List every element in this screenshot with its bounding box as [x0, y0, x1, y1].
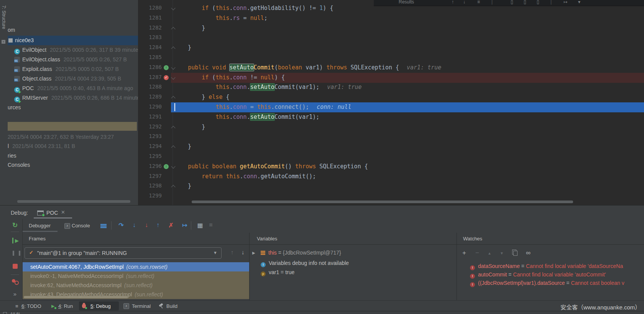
code-line[interactable]: 1298 } [138, 181, 644, 191]
frames-horizontal-scrollbar[interactable] [24, 296, 128, 298]
run-to-cursor-icon[interactable]: ↦ [181, 222, 189, 229]
code-line[interactable]: 1286↑ public void setAutoCommit(boolean … [138, 63, 644, 73]
variable-row[interactable]: ▶this = {JdbcRowSetImpl@717} [250, 248, 341, 257]
rerun-icon[interactable]: ↻ [11, 221, 19, 229]
tree-item-partial[interactable]: Consoles [8, 160, 138, 170]
watch-row[interactable]: !autoCommit = Cannot find local variable… [457, 270, 644, 279]
code-line[interactable]: 1281 this.rs = null; [138, 13, 644, 23]
show-watches-watch-icon[interactable]: ∞ [526, 249, 531, 257]
code-line[interactable]: 1289 } else { [138, 92, 644, 102]
code-line[interactable]: 1297 return this.conn.getAutoCommit(); [138, 172, 644, 182]
watch-error-icon: ! [470, 265, 475, 270]
force-step-into-icon[interactable]: ↓ [143, 222, 150, 229]
tree-item-file[interactable]: CEvilObject2021/5/5 0005 0:26, 317 B 39 … [8, 45, 138, 55]
next-occurrence-icon[interactable]: ↓ [463, 0, 465, 5]
tree-item-partial[interactable]: l2021/5/4 0004 23:11, 81 B [8, 141, 138, 151]
thread-selector-dropdown[interactable]: ✓ "main"@1 in group "main": RUNNING ▼ [25, 247, 222, 259]
resume-program-icon[interactable]: ▶ [12, 238, 20, 243]
tree-item-file[interactable]: 01Object.class2021/5/4 0004 23:39, 505 B [8, 74, 138, 84]
strip-dropdown-icon[interactable]: ▾ [578, 0, 580, 5]
close-session-icon[interactable]: ✕ [61, 209, 65, 215]
move-down-watch-icon[interactable]: ▼ [500, 251, 504, 255]
add-watch-icon[interactable]: + [462, 249, 466, 257]
tree-item-file[interactable]: 01EvilObject.class2021/5/5 0005 0:26, 52… [8, 55, 138, 64]
debug-session-tab[interactable]: POC [46, 210, 58, 216]
tree-item-file[interactable]: 01Exploit.class2021/5/5 0005 0:02, 507 B [8, 64, 138, 74]
override-method-icon[interactable]: ↑ [164, 164, 169, 169]
filter-icon[interactable]: ≡ [477, 0, 480, 5]
drop-frame-icon[interactable]: ✗ [167, 222, 175, 229]
strip-icon-2[interactable]: ▯ [524, 0, 526, 5]
variable-row[interactable]: iVariables debug info not available [250, 259, 349, 267]
next-frame-icon[interactable]: ↓ [242, 249, 245, 255]
step-out-icon[interactable]: ↑ [154, 222, 162, 229]
code-line[interactable]: 1287✓ if (this.conn != null) { [138, 73, 644, 83]
breakpoint-icon[interactable]: ✓ [164, 75, 169, 80]
evaluate-expression-icon[interactable]: ▦ [196, 222, 204, 229]
toolwindow-button-run[interactable]: 4: Run [58, 303, 73, 309]
override-method-icon[interactable]: ↑ [164, 65, 169, 70]
step-over-icon[interactable]: ↷ [117, 222, 125, 229]
toolwindow-button-todo[interactable]: 6: TODO [21, 303, 41, 309]
code-line[interactable]: 1296↑ public boolean getAutoCommit() thr… [138, 162, 644, 172]
code-line[interactable]: 1291 this.conn.setAutoCommit(var1); [138, 112, 644, 122]
strip-icon-4[interactable]: ↦ [564, 0, 567, 5]
pause-program-icon[interactable] [13, 251, 20, 256]
remove-watch-icon[interactable]: − [475, 249, 479, 257]
previous-frame-icon[interactable]: ↑ [231, 249, 234, 255]
code-line[interactable]: 1294 } [138, 142, 644, 152]
tree-item-partial[interactable]: 2021/5/4 0004 23:27, 632 B Yesterday 23:… [8, 132, 138, 142]
code-line[interactable]: 1285 [138, 53, 644, 63]
stack-frame-row[interactable]: setAutoCommit:4067, JdbcRowSetImpl(com.s… [23, 262, 249, 271]
previous-occurrence-icon[interactable]: ↑ [452, 0, 454, 5]
java-class-icon: C [14, 97, 20, 102]
restore-layout-icon[interactable]: ≡ [207, 222, 215, 229]
tree-item-file[interactable]: CRMIServer2021/5/5 0005 0:26, 686 B 14 m… [8, 93, 138, 103]
watch-row[interactable]: !dataSourceName = Cannot find local vari… [457, 262, 644, 270]
code-line[interactable]: 1284 } [138, 43, 644, 53]
move-up-watch-icon[interactable]: ▲ [488, 251, 491, 255]
view-breakpoints-icon[interactable] [12, 279, 18, 284]
tree-item-highlighted-row[interactable] [8, 122, 137, 131]
more-actions-icon[interactable]: » [11, 291, 19, 297]
code-line[interactable]: 1283 [138, 33, 644, 43]
code-line[interactable]: 1292 } [138, 122, 644, 132]
tab-debugger[interactable]: Debugger [29, 223, 51, 229]
tree-item-timestamp: 2021/5/5 0005 0:40, 463 B A minute ago [37, 85, 133, 91]
structure-toolwindow-button[interactable]: 7: Structure [1, 5, 7, 29]
tree-horizontal-scrollbar[interactable] [17, 200, 130, 203]
watch-row[interactable]: !((JdbcRowSetImpl)var1).dataSource = Can… [457, 279, 644, 287]
layout-menu-icon[interactable] [100, 224, 107, 228]
build-hammer-icon[interactable] [159, 303, 164, 309]
code-line[interactable]: 1282 } [138, 23, 644, 33]
variable-row[interactable]: pvar1 = true [250, 268, 294, 276]
code-line[interactable]: 1290 this.conn = this.connect();conn: nu… [138, 102, 644, 112]
structure-icon[interactable] [2, 40, 5, 44]
stop-icon[interactable] [13, 264, 18, 269]
toolwindow-button-build[interactable]: Build [166, 303, 177, 309]
code-line[interactable]: 1295 [138, 152, 644, 162]
tab-console[interactable]: Console [72, 223, 90, 229]
expand-icon[interactable]: ▶ [252, 249, 258, 257]
code-editor[interactable]: 1280 if (this.conn.getHoldability() != 1… [138, 0, 644, 205]
tree-item-selected-package[interactable]: nice0e3 [8, 36, 138, 45]
strip-icon-1[interactable]: ▯ [511, 0, 513, 5]
tree-item-file[interactable]: CPOC2021/5/5 0005 0:40, 463 B A minute a… [8, 84, 138, 93]
tree-item-partial[interactable]: om [8, 25, 138, 35]
tree-item-partial[interactable]: urces [8, 103, 138, 112]
line-number: 1293 [138, 133, 162, 139]
terminal-icon[interactable]: › [123, 303, 129, 309]
duplicate-watch-icon[interactable] [512, 250, 516, 255]
code-line[interactable]: 1299 [138, 191, 644, 201]
strip-icon-3[interactable]: ▯ [537, 0, 539, 5]
todo-icon[interactable]: ≡ [15, 303, 18, 309]
toolwindow-button-terminal[interactable]: Terminal [132, 303, 151, 309]
stack-frame-row[interactable]: invoke:62, NativeMethodAccessorImpl(sun.… [23, 281, 249, 290]
editor-horizontal-scrollbar[interactable] [192, 201, 573, 203]
toolwindow-button-debug[interactable]: 5: Debug [90, 303, 111, 309]
code-line[interactable]: 1288 this.conn.setAutoCommit(var1);var1:… [138, 82, 644, 92]
tree-item-partial[interactable]: ries [8, 151, 138, 161]
step-into-icon[interactable]: ↓ [130, 222, 138, 229]
code-line[interactable]: 1293 [138, 132, 644, 142]
stack-frame-row[interactable]: invoke0:-1, NativeMethodAccessorImpl(sun… [23, 271, 249, 281]
